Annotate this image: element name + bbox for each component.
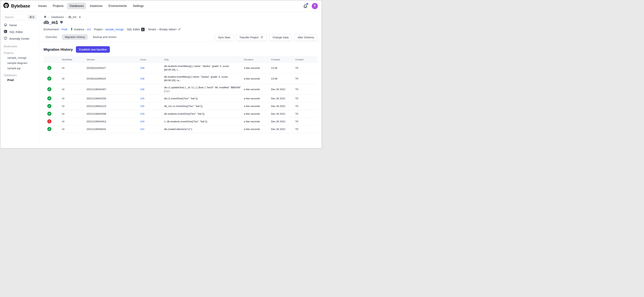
- issue-link[interactable]: 108: [140, 77, 144, 80]
- brand-logo[interactable]: Bytebase: [3, 3, 30, 10]
- sidebar-item-anomaly-center[interactable]: Anomaly Center: [2, 35, 37, 42]
- environment-link[interactable]: Prod: [62, 28, 67, 31]
- created-cell: Dec 28 2022: [270, 118, 294, 125]
- database-meta-row: Environment - Prod Instance - m1 Project…: [44, 27, 317, 32]
- version-cell: 20221228041913: [85, 118, 139, 125]
- workflow-cell: UI: [60, 63, 85, 73]
- star-icon[interactable]: ★: [78, 15, 82, 19]
- sidebar-project-sample-diagram[interactable]: sample-diagram: [2, 60, 37, 66]
- table-row[interactable]: UI 20230111050423 108 db.student.insertM…: [44, 73, 317, 84]
- topnav-item-settings[interactable]: Settings: [130, 3, 146, 9]
- tab-backup-and-restore[interactable]: Backup and restore: [90, 34, 119, 40]
- col-workflow: Workflow: [60, 57, 85, 63]
- alter-schema-button[interactable]: Alter Schema: [294, 34, 317, 41]
- sql-editor-icon: [4, 30, 7, 34]
- change-data-button[interactable]: Change Data: [269, 34, 292, 41]
- sidebar: Search ⌘ K Home: [0, 12, 39, 148]
- sidebar-item-label: SQL Editor: [9, 30, 23, 34]
- duration-cell: a few seconds: [242, 110, 270, 118]
- table-row[interactable]: UI 20221228035331 102 db.createCollectio…: [44, 125, 317, 133]
- table-row[interactable]: UI 20221228042255 105 db.c1.insertOne({"…: [44, 95, 317, 102]
- meta-sql-editor[interactable]: SQL Editor: [127, 28, 145, 31]
- chevron-right-icon: ›: [66, 16, 66, 19]
- project-link[interactable]: sample_mongo: [105, 28, 124, 31]
- search-placeholder: Search: [5, 16, 14, 19]
- sql-cell: db_m1.c1.insertOne({"foo": "bar"});: [162, 102, 242, 110]
- version-cell: 20221228042407: [85, 84, 139, 95]
- col-duration: Duration: [242, 57, 270, 63]
- duration-cell: a few seconds: [242, 73, 270, 84]
- breadcrumb-home-icon[interactable]: [44, 15, 47, 19]
- shield-alert-icon[interactable]: [60, 20, 63, 25]
- workflow-cell: UI: [60, 118, 85, 125]
- user-avatar[interactable]: T: [312, 3, 318, 9]
- sidebar-item-label: Home: [9, 24, 17, 27]
- sidebar-project-sample-pg[interactable]: sample-pg: [2, 66, 37, 71]
- status-success-icon: [47, 104, 52, 108]
- issue-link[interactable]: 109: [140, 67, 144, 69]
- topnav-item-projects[interactable]: Projects: [50, 3, 66, 9]
- creator-cell: T0: [294, 118, 317, 125]
- notification-dot: [306, 3, 308, 5]
- col-created: Created: [270, 57, 294, 63]
- created-cell: Dec 28 2022: [270, 102, 294, 110]
- transfer-project-button[interactable]: Transfer Project: [236, 34, 267, 41]
- workflow-cell: UI: [60, 95, 85, 102]
- table-row[interactable]: UI 20221228041938 104 db.students.insert…: [44, 110, 317, 118]
- issue-link[interactable]: 104: [140, 120, 144, 123]
- migration-history-header: Migration History Establish new baseline: [44, 46, 317, 53]
- topnav-item-issues[interactable]: Issues: [36, 3, 49, 9]
- table-header-row: Workflow Version Issue SQL Duration Crea…: [44, 57, 317, 63]
- migration-history-table: Workflow Version Issue SQL Duration Crea…: [44, 57, 317, 133]
- table-row[interactable]: UI 20221228042407 106 db.c1.updateOne( {…: [44, 84, 317, 95]
- project-label: Project -: [94, 28, 104, 31]
- duration-cell: a few seconds: [242, 95, 270, 102]
- tenant-label: Tenant - <Empty Value>: [148, 28, 177, 31]
- search-input[interactable]: Search ⌘ K: [2, 14, 37, 20]
- issue-link[interactable]: 105: [140, 105, 144, 108]
- table-row[interactable]: UI 20221228041913 104 1. db.students.ins…: [44, 118, 317, 125]
- topnav-item-databases[interactable]: Databases: [67, 3, 86, 9]
- issue-link[interactable]: 105: [140, 97, 144, 100]
- created-cell: 13:08: [270, 73, 294, 84]
- sidebar-section-bookmarks: Bookmarks: [2, 44, 37, 49]
- sql-cell: db.c1.insertOne({"foo": "bar"});: [162, 95, 242, 102]
- topnav-item-instances[interactable]: Instances: [87, 3, 105, 9]
- notifications-bell-icon[interactable]: [303, 3, 308, 9]
- establish-new-baseline-button[interactable]: Establish new baseline: [76, 46, 110, 53]
- page-title: db_m1: [44, 20, 58, 25]
- issue-link[interactable]: 102: [140, 128, 144, 131]
- tab-overview[interactable]: Overview: [43, 34, 60, 40]
- sidebar-database-prod[interactable]: Prod: [2, 77, 37, 83]
- table-row[interactable]: UI 20230111052527 109 db.students.insert…: [44, 63, 317, 73]
- col-version: Version: [85, 57, 139, 63]
- sql-editor-label: SQL Editor: [127, 28, 140, 31]
- created-cell: Dec 28 2022: [270, 125, 294, 133]
- breadcrumb-databases[interactable]: Databases: [51, 16, 64, 19]
- tab-migration-history[interactable]: Migration History: [62, 34, 88, 40]
- created-cell: 13:26: [270, 63, 294, 73]
- creator-cell: T0: [294, 73, 317, 84]
- duration-cell: a few seconds: [242, 125, 270, 133]
- issue-link[interactable]: 106: [140, 88, 144, 91]
- duration-cell: a few seconds: [242, 63, 270, 73]
- table-row[interactable]: UI 20221228042223 105 db_m1.c1.insertOne…: [44, 102, 317, 110]
- col-issue: Issue: [139, 57, 162, 63]
- home-icon: [4, 23, 7, 27]
- sidebar-project-sample-mongo[interactable]: sample_mongo: [2, 55, 37, 60]
- creator-cell: T0: [294, 125, 317, 133]
- topnav-item-environments[interactable]: Environments: [106, 3, 129, 9]
- sync-now-button[interactable]: Sync Now: [215, 34, 234, 41]
- creator-cell: T0: [294, 84, 317, 95]
- sql-cell: db.student.insertMany([ { name: "Jacika"…: [162, 73, 242, 84]
- section-title: Migration History: [44, 48, 73, 52]
- sidebar-item-sql-editor[interactable]: SQL Editor: [2, 29, 37, 35]
- version-cell: 20230111052527: [85, 63, 139, 73]
- status-success-icon: [47, 96, 52, 100]
- sidebar-item-home[interactable]: Home: [2, 22, 37, 29]
- creator-cell: T0: [294, 63, 317, 73]
- instance-link[interactable]: m1: [87, 28, 91, 31]
- issue-link[interactable]: 104: [140, 112, 144, 115]
- pencil-edit-icon[interactable]: [178, 28, 181, 31]
- col-sql: SQL: [162, 57, 242, 63]
